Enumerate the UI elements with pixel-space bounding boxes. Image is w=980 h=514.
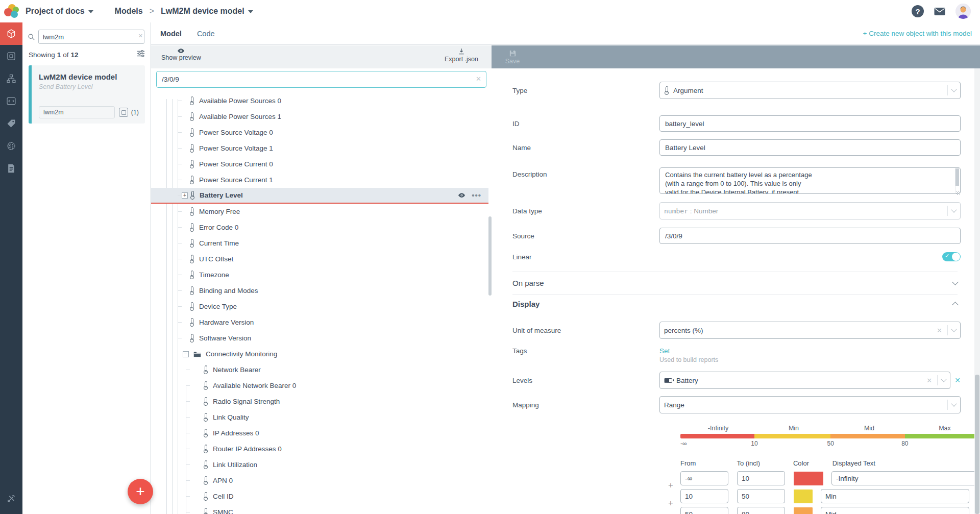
export-json-button[interactable]: Export .json [445, 48, 478, 63]
tree-item[interactable]: Available Power Sources 0 [151, 93, 488, 109]
tree-item[interactable]: Current Time [151, 235, 488, 251]
user-avatar[interactable] [955, 4, 971, 19]
source-field[interactable] [659, 228, 961, 244]
tree-item[interactable]: IP Addresses 0 [151, 425, 488, 441]
code-box-icon [6, 96, 16, 106]
help-button[interactable]: ? [912, 5, 924, 17]
name-field[interactable] [659, 139, 961, 156]
displayed-text-field[interactable] [821, 489, 969, 503]
tree-item[interactable]: Power Source Current 0 [151, 156, 488, 172]
add-row-icon[interactable]: + [668, 480, 673, 491]
sidebar-item-network[interactable] [0, 135, 22, 157]
sidebar-item-flows[interactable] [0, 67, 22, 90]
mapping-select[interactable]: Range [659, 396, 961, 413]
tree-item[interactable]: Link Utilization [151, 457, 488, 473]
tree-item[interactable]: SMNC [151, 504, 488, 514]
tree-item-selected[interactable]: + Battery Level ••• [151, 188, 488, 204]
tree-item[interactable]: Hardware Version [151, 314, 488, 330]
clear-search-icon[interactable]: ✕ [138, 33, 143, 39]
tree-item[interactable]: Network Bearer [151, 362, 488, 378]
description-field[interactable]: Contains the current battery level as a … [659, 167, 961, 194]
tree-item[interactable]: APN 0 [151, 473, 488, 488]
model-card[interactable]: LwM2M device model Send Battery Level lw… [29, 65, 145, 124]
remove-levels-icon[interactable]: ✕ [954, 376, 961, 384]
range-to-field[interactable] [737, 507, 785, 514]
tree-item[interactable]: Cell ID [151, 488, 488, 504]
levels-label: Levels [512, 377, 659, 384]
display-section-header[interactable]: Display [492, 300, 980, 308]
range-to-field[interactable] [737, 489, 785, 503]
more-actions-icon[interactable]: ••• [472, 191, 481, 200]
range-from-field[interactable] [680, 471, 728, 485]
add-model-button[interactable]: + [128, 479, 153, 504]
tree-item[interactable]: Radio Signal Strength [151, 394, 488, 409]
tree-item[interactable]: Memory Free [151, 204, 488, 219]
tree-item[interactable]: Available Network Bearer 0 [151, 378, 488, 394]
tree-item[interactable]: Power Source Voltage 1 [151, 140, 488, 156]
type-select[interactable]: Argument [659, 82, 961, 99]
argument-icon [189, 318, 194, 327]
color-swatch[interactable] [794, 472, 823, 485]
tree-item[interactable]: UTC Offset [151, 251, 488, 267]
mail-icon[interactable] [934, 7, 945, 16]
sidebar-item-widgets[interactable] [0, 45, 22, 67]
show-preview-button[interactable]: Show preview [161, 48, 201, 61]
tree-item-label: Software Version [199, 334, 251, 342]
tree-item[interactable]: Binding and Modes [151, 283, 488, 299]
unit-select[interactable]: percents (%) ✕ [659, 322, 961, 339]
color-swatch[interactable] [794, 507, 813, 514]
on-parse-section-header[interactable]: On parse [492, 279, 980, 287]
tree-item[interactable]: Available Power Sources 1 [151, 109, 488, 125]
textarea-scrollbar[interactable] [955, 168, 960, 193]
tree-item[interactable]: Device Type [151, 299, 488, 314]
displayed-text-field[interactable] [831, 471, 980, 485]
tree-item[interactable]: Router IP Addresses 0 [151, 441, 488, 457]
breadcrumb-models[interactable]: Models [115, 7, 143, 16]
tags-set-link[interactable]: Set [659, 347, 961, 355]
color-swatch[interactable] [794, 489, 813, 503]
models-search-input[interactable] [38, 30, 144, 44]
create-object-link[interactable]: + Create new object with this model [863, 30, 972, 37]
tree-folder[interactable]: − Connectivity Monitoring [151, 346, 488, 362]
clear-search-icon[interactable]: ✕ [476, 75, 481, 83]
range-from-field[interactable] [680, 489, 728, 503]
app-logo-icon[interactable] [4, 4, 19, 19]
resize-grip-icon[interactable] [956, 191, 960, 195]
range-mapping-bar: -Infinity Min Mid Max -∞ 10 50 80 +∞ [680, 425, 980, 448]
sidebar-item-code[interactable] [0, 90, 22, 112]
chevron-up-icon [952, 302, 959, 308]
tree-item[interactable]: Timezone [151, 267, 488, 283]
clear-icon[interactable]: ✕ [926, 377, 932, 384]
argument-icon [203, 429, 208, 437]
chevron-down-icon[interactable] [248, 10, 253, 13]
project-switcher[interactable]: Project of docs [26, 7, 93, 16]
range-from-field[interactable] [680, 507, 728, 514]
save-button[interactable]: Save [497, 45, 528, 68]
id-label: ID [512, 120, 659, 128]
panel-scrollbar[interactable] [974, 68, 980, 514]
sidebar-item-tags[interactable] [0, 112, 22, 135]
tree-item[interactable]: Link Quality [151, 409, 488, 425]
sidebar-item-documents[interactable] [0, 157, 22, 180]
tree-item[interactable]: Power Source Current 1 [151, 172, 488, 188]
tab-model[interactable]: Model [160, 30, 182, 38]
filter-icon[interactable] [137, 50, 145, 59]
sidebar-item-tools[interactable] [0, 487, 22, 510]
displayed-text-field[interactable] [821, 507, 969, 514]
tab-code[interactable]: Code [197, 30, 215, 38]
tree-item[interactable]: Software Version [151, 330, 488, 346]
range-to-field[interactable] [737, 471, 785, 485]
tree-item[interactable]: Power Source Voltage 0 [151, 125, 488, 140]
tree-search-input[interactable] [156, 71, 486, 88]
sidebar-item-models[interactable] [0, 22, 22, 45]
visibility-icon[interactable] [458, 192, 465, 198]
levels-select[interactable]: Battery ✕ [659, 372, 950, 389]
linear-toggle[interactable]: ✓ [942, 252, 961, 261]
tree-item-label: Current Time [199, 239, 239, 247]
add-row-icon[interactable]: + [668, 498, 673, 508]
expand-icon[interactable]: + [182, 192, 188, 199]
collapse-icon[interactable]: − [183, 351, 189, 357]
clear-icon[interactable]: ✕ [937, 327, 942, 334]
id-field[interactable] [659, 115, 961, 132]
tree-item[interactable]: Error Code 0 [151, 219, 488, 235]
